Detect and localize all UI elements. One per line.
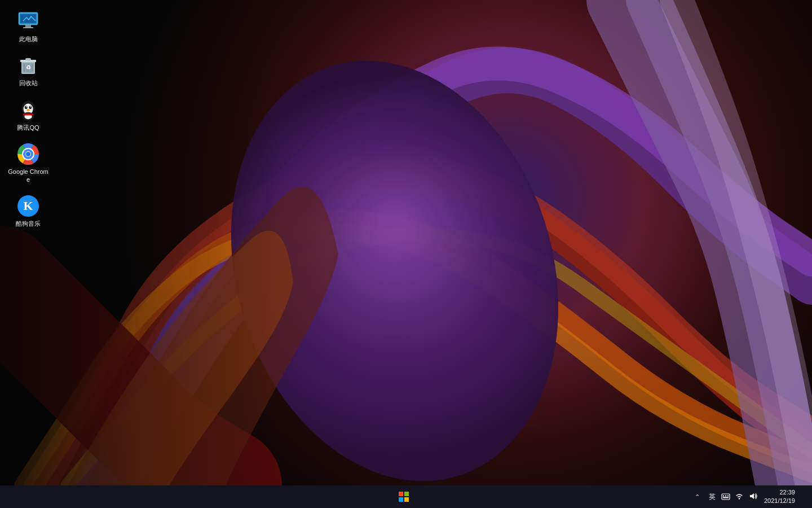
desktop-icon-area: 此电脑 ♻ 回收站 [0,0,56,485]
svg-rect-2 [25,25,31,27]
svg-point-16 [29,106,32,109]
language-indicator[interactable]: 英 [707,491,718,503]
svg-rect-32 [399,497,403,502]
chrome-label: Google Chrome [8,168,48,184]
language-text: 英 [709,493,716,501]
network-icon[interactable] [734,491,745,503]
svg-point-17 [26,106,27,107]
svg-rect-37 [727,496,729,497]
svg-point-15 [25,106,28,109]
recycle-bin-label: 回收站 [19,79,38,87]
svg-rect-35 [723,496,724,497]
svg-point-27 [26,152,30,156]
svg-rect-30 [399,492,403,496]
qq-label: 腾讯QQ [17,124,39,132]
kugou-icon: K [17,195,39,217]
kugou-label: 酷狗音乐 [16,220,41,227]
svg-point-19 [27,109,30,111]
desktop-icon-recycle-bin[interactable]: ♻ 回收站 [6,50,51,91]
recycle-bin-icon: ♻ [17,54,39,77]
taskbar-center [269,485,538,508]
desktop-icon-kugou-music[interactable]: K 酷狗音乐 [6,190,51,232]
show-desktop-button[interactable] [801,487,807,507]
clock-date: 2021/12/19 [764,497,795,505]
input-method-icon[interactable] [720,491,731,502]
svg-point-18 [30,106,31,107]
taskbar: ⌃ 英 [0,485,812,508]
this-pc-label: 此电脑 [19,35,38,43]
svg-rect-38 [723,497,729,498]
svg-rect-33 [404,497,409,502]
svg-rect-8 [25,58,31,60]
clock-time: 22:39 [764,488,795,497]
volume-icon[interactable] [747,491,758,503]
svg-point-39 [739,498,740,499]
chrome-icon [17,143,39,165]
svg-text:K: K [23,199,33,213]
show-hidden-icons-button[interactable]: ⌃ [691,487,704,507]
svg-text:♻: ♻ [26,64,31,71]
start-button[interactable] [390,485,417,508]
monitor-icon [17,10,39,33]
svg-rect-31 [404,492,409,496]
svg-rect-22 [23,113,34,115]
svg-rect-36 [725,496,726,497]
desktop-icon-tencent-qq[interactable]: 腾讯QQ [6,94,51,136]
svg-rect-3 [23,27,33,28]
desktop-wallpaper [0,0,812,485]
desktop-icon-this-pc[interactable]: 此电脑 [6,6,51,47]
taskbar-right: ⌃ 英 [539,487,812,507]
desktop-icon-google-chrome[interactable]: Google Chrome [6,138,51,189]
svg-rect-34 [722,494,730,500]
system-clock[interactable]: 22:39 2021/12/19 [761,487,798,507]
qq-icon [17,99,39,121]
